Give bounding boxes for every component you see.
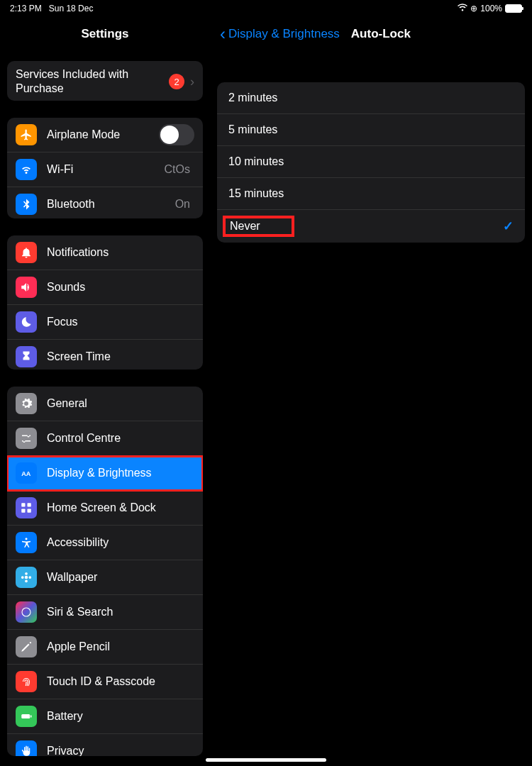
status-date: Sun 18 Dec — [49, 4, 94, 13]
bluetooth-label: Bluetooth — [47, 198, 175, 211]
row-siri[interactable]: Siri & Search — [7, 595, 203, 630]
chevron-right-icon: › — [190, 74, 194, 89]
svg-point-7 — [25, 572, 28, 575]
row-general[interactable]: General — [7, 387, 203, 421]
row-pencil[interactable]: Apple Pencil — [7, 630, 203, 665]
hand-icon — [16, 740, 37, 756]
wallpaper-label: Wallpaper — [47, 571, 194, 584]
svg-point-11 — [22, 608, 31, 616]
general-label: General — [47, 397, 194, 410]
wifi-label: Wi-Fi — [47, 163, 165, 176]
focus-label: Focus — [47, 316, 194, 328]
siri-label: Siri & Search — [47, 606, 194, 618]
svg-point-6 — [25, 575, 28, 579]
rotation-lock-icon: ⊕ — [470, 4, 477, 13]
accessibility-icon — [16, 532, 37, 553]
svg-point-9 — [21, 576, 24, 579]
row-wifi[interactable]: Wi-Fi CtOs — [7, 152, 203, 187]
svg-rect-12 — [21, 714, 30, 718]
option-label: 10 minutes — [228, 155, 284, 168]
svg-rect-3 — [21, 509, 25, 512]
row-controlcentre[interactable]: Control Centre — [7, 421, 203, 456]
screentime-label: Screen Time — [47, 350, 194, 363]
accessibility-label: Accessibility — [47, 536, 194, 549]
row-services[interactable]: Services Included with Purchase 2 › — [7, 61, 203, 101]
services-badge: 2 — [169, 74, 184, 89]
option-never[interactable]: Never ✓ — [217, 210, 525, 243]
wifi-icon — [458, 4, 467, 14]
row-wallpaper[interactable]: Wallpaper — [7, 560, 203, 595]
flower-icon — [16, 567, 37, 588]
airplane-toggle[interactable] — [159, 124, 194, 145]
controlcentre-label: Control Centre — [47, 432, 194, 445]
battery-percent: 100% — [480, 4, 502, 13]
option-label: 2 minutes — [228, 91, 277, 104]
svg-rect-2 — [28, 503, 31, 506]
display-label: Display & Brightness — [47, 467, 194, 479]
checkmark-icon: ✓ — [503, 218, 514, 234]
battery-icon — [505, 4, 522, 13]
fingerprint-icon — [16, 671, 37, 692]
row-focus[interactable]: Focus — [7, 305, 203, 340]
bluetooth-value: On — [175, 198, 190, 211]
speaker-icon — [16, 277, 37, 298]
status-bar: 2:13 PM Sun 18 Dec ⊕ 100% — [0, 0, 532, 17]
option-label: 15 minutes — [228, 187, 284, 200]
group-connectivity: Airplane Mode Wi-Fi CtOs Bluetooth On — [7, 118, 203, 218]
group-services: Services Included with Purchase 2 › — [7, 61, 203, 101]
group-alerts: Notifications Sounds Focus Screen Time — [7, 235, 203, 370]
svg-point-5 — [26, 538, 28, 540]
detail-title: Auto-Lock — [351, 27, 411, 41]
gear-icon — [16, 393, 37, 414]
airplane-icon — [16, 124, 37, 145]
row-notifications[interactable]: Notifications — [7, 235, 203, 270]
svg-rect-1 — [21, 503, 25, 506]
row-battery[interactable]: Battery — [7, 699, 203, 734]
sounds-label: Sounds — [47, 281, 194, 294]
option-label: Never — [223, 216, 294, 237]
option-10min[interactable]: 10 minutes — [217, 146, 525, 178]
row-touchid[interactable]: Touch ID & Passcode — [7, 665, 203, 699]
svg-point-8 — [25, 579, 28, 582]
detail-header: ‹ Display & Brightness Auto-Lock — [217, 17, 525, 58]
back-button[interactable]: Display & Brightness — [228, 27, 340, 41]
wifi-settings-icon — [16, 159, 37, 180]
row-accessibility[interactable]: Accessibility — [7, 526, 203, 560]
option-15min[interactable]: 15 minutes — [217, 178, 525, 210]
bell-icon — [16, 242, 37, 263]
status-time: 2:13 PM — [10, 4, 42, 13]
bluetooth-icon — [16, 194, 37, 215]
option-5min[interactable]: 5 minutes — [217, 114, 525, 146]
row-screentime[interactable]: Screen Time — [7, 340, 203, 370]
svg-rect-13 — [31, 715, 32, 717]
sliders-icon — [16, 428, 37, 449]
notifications-label: Notifications — [47, 246, 194, 259]
option-label: 5 minutes — [228, 123, 277, 136]
text-size-icon: AA — [16, 462, 37, 484]
siri-icon — [16, 601, 37, 623]
row-sounds[interactable]: Sounds — [7, 270, 203, 305]
hourglass-icon — [16, 346, 37, 367]
svg-text:AA: AA — [21, 470, 31, 477]
row-airplane[interactable]: Airplane Mode — [7, 118, 203, 152]
detail-panel: ‹ Display & Brightness Auto-Lock 2 minut… — [210, 17, 532, 766]
airplane-label: Airplane Mode — [47, 128, 159, 141]
pencil-label: Apple Pencil — [47, 640, 194, 653]
svg-point-10 — [28, 576, 31, 579]
sidebar-title: Settings — [0, 17, 210, 54]
row-bluetooth[interactable]: Bluetooth On — [7, 187, 203, 218]
option-2min[interactable]: 2 minutes — [217, 82, 525, 114]
chevron-left-icon[interactable]: ‹ — [220, 26, 226, 43]
pencil-icon — [16, 636, 37, 657]
battery-row-icon — [16, 706, 37, 727]
home-indicator[interactable] — [206, 758, 326, 762]
group-system: General Control Centre AA Display & Brig… — [7, 387, 203, 756]
settings-sidebar: Settings Services Included with Purchase… — [0, 17, 210, 766]
moon-icon — [16, 311, 37, 333]
row-privacy[interactable]: Privacy — [7, 734, 203, 756]
touchid-label: Touch ID & Passcode — [47, 675, 194, 688]
svg-rect-4 — [28, 509, 31, 512]
row-homescreen[interactable]: Home Screen & Dock — [7, 491, 203, 526]
autolock-options: 2 minutes 5 minutes 10 minutes 15 minute… — [217, 82, 525, 243]
row-display-brightness[interactable]: AA Display & Brightness — [7, 456, 203, 491]
